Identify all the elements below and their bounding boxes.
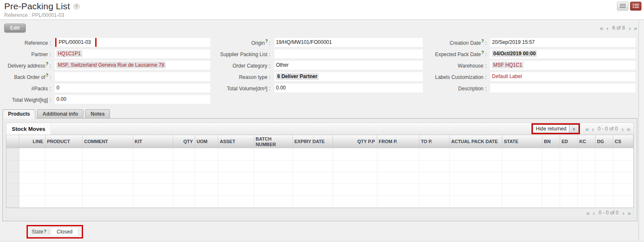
pager-last-button[interactable]: » (634, 25, 637, 31)
pager-prev-button[interactable]: ‹ (606, 25, 609, 31)
empty-cell (218, 172, 254, 184)
tab[interactable]: Additional info (37, 109, 83, 118)
pager-prev-button[interactable]: ‹ (593, 210, 595, 216)
column-header[interactable]: ASSET (218, 135, 254, 148)
empty-cell (133, 160, 173, 172)
column-header[interactable]: EXPIRY DATE (292, 135, 333, 148)
empty-cell (82, 148, 133, 160)
field-value[interactable]: MSF HQ1C1 (492, 62, 523, 68)
empty-cell (577, 160, 595, 172)
page-title: Pre-Packing List (4, 1, 70, 11)
form-field-row: Total Volume[dm³]: 0.00 (213, 82, 426, 94)
column-header[interactable]: ED (560, 135, 577, 148)
column-header[interactable]: PRODUCT (45, 135, 82, 148)
column-header[interactable]: QTY P.P (333, 135, 377, 148)
empty-cell (173, 148, 195, 160)
field-colon: : (50, 52, 51, 57)
column-header[interactable]: CS (613, 135, 633, 148)
hide-returned-select[interactable]: Hide returned ∨ (533, 125, 579, 133)
pager-last-button[interactable]: » (628, 210, 631, 216)
column-header[interactable]: ACTUAL PACK DATE (449, 135, 502, 148)
pager-first-button[interactable]: « (586, 210, 590, 216)
field-help-icon: ? (46, 73, 48, 78)
column-header[interactable]: DG (595, 135, 613, 148)
state-colon: : (48, 229, 49, 235)
scrollbar-track[interactable] (639, 20, 644, 241)
field-label: Total Volume[dm³] (227, 86, 267, 92)
empty-cell (542, 195, 560, 207)
pager-next-button[interactable]: › (629, 25, 631, 31)
title-help-icon[interactable]: ? (73, 3, 80, 10)
empty-cell (45, 172, 82, 184)
empty-cell (449, 195, 502, 207)
field-label: Warehouse (458, 63, 483, 69)
column-header[interactable]: BATCH NUMBER (254, 135, 292, 148)
pager-next-button[interactable]: › (623, 210, 625, 216)
field-value[interactable]: Default Label (492, 73, 522, 79)
field-colon: : (50, 63, 51, 69)
empty-cell (560, 160, 577, 172)
field-colon: : (485, 40, 486, 46)
tab[interactable]: Products (3, 109, 35, 119)
form-field-row: Total Weight[kg]: 0.00 (0, 94, 213, 105)
empty-cell (292, 184, 333, 195)
field-colon: : (485, 86, 486, 92)
field-label: Reference (24, 40, 48, 46)
column-header[interactable]: UOM (195, 135, 218, 148)
field-value-box (55, 72, 210, 81)
page-bottom-edge (0, 241, 644, 244)
edit-button[interactable]: Edit (4, 24, 26, 33)
empty-cell (254, 195, 292, 207)
pager-first-button[interactable]: « (585, 126, 589, 132)
field-colon: : (269, 52, 270, 57)
column-header[interactable]: BN (542, 135, 560, 148)
stock-moves-footer-bar: « ‹ 0 - 0 of 0 › » (6, 208, 634, 218)
pager-prev-button[interactable]: ‹ (592, 126, 594, 132)
column-header[interactable]: TO P. (419, 135, 449, 148)
empty-cell (502, 160, 542, 172)
form-column-left: Reference: PPL/00001-03 Partner: HQ1C1P1… (0, 37, 213, 105)
field-colon: : (50, 86, 51, 92)
field-colon: : (269, 86, 270, 92)
column-header[interactable]: QTY (173, 135, 195, 148)
empty-cell (133, 172, 173, 184)
empty-cell (254, 148, 292, 160)
list-view-button[interactable] (617, 2, 628, 11)
pager-next-button[interactable]: › (622, 126, 624, 132)
empty-cell (419, 195, 449, 207)
tab[interactable]: Notes (85, 109, 110, 118)
form-view-button[interactable] (630, 2, 641, 11)
empty-cell (613, 148, 633, 160)
form-column-middle: Origin?: 19/HQ/MW101/FO00001 Supplier Pa… (213, 37, 426, 105)
pager-first-button[interactable]: « (600, 25, 603, 31)
field-label: Reason type (239, 74, 267, 80)
form-field-row: Warehouse: MSF HQ1C1 (425, 60, 638, 71)
empty-cell (19, 160, 45, 172)
column-header[interactable]: KIT (133, 135, 173, 148)
form-footer: State?: Closed (0, 221, 644, 237)
empty-cell (19, 184, 45, 195)
empty-cell (333, 160, 377, 172)
empty-cell (502, 148, 542, 160)
column-header[interactable]: COMMENT (82, 135, 133, 148)
form-field-row: Partner: HQ1C1P1 (0, 48, 213, 60)
pager-last-button[interactable]: » (627, 126, 630, 132)
field-value[interactable]: HQ1C1P1 (56, 50, 82, 57)
stock-move-empty-row (6, 172, 633, 184)
field-value-box: 20/Sep/2019 15:57 (490, 38, 636, 47)
row-selector-cell (6, 184, 19, 195)
stock-moves-table: LINE PRODUCT COMMENT KIT QTY UOM ASSET (6, 135, 633, 208)
column-header[interactable]: FROM P. (377, 135, 419, 148)
state-label: State (32, 229, 43, 235)
field-colon: : (485, 63, 486, 69)
empty-cell (333, 184, 377, 195)
empty-cell (613, 172, 633, 184)
state-value: Closed (51, 228, 77, 236)
empty-cell (254, 172, 292, 184)
column-header[interactable]: LINE (19, 135, 45, 148)
stock-moves-bottom-pager: « ‹ 0 - 0 of 0 › » (586, 210, 631, 216)
column-header[interactable]: STATE (502, 135, 542, 148)
column-header[interactable]: KC (577, 135, 595, 148)
empty-cell (333, 195, 377, 207)
field-value[interactable]: MSF, Switzerland Geneva Rue de Lausanne … (56, 62, 166, 68)
